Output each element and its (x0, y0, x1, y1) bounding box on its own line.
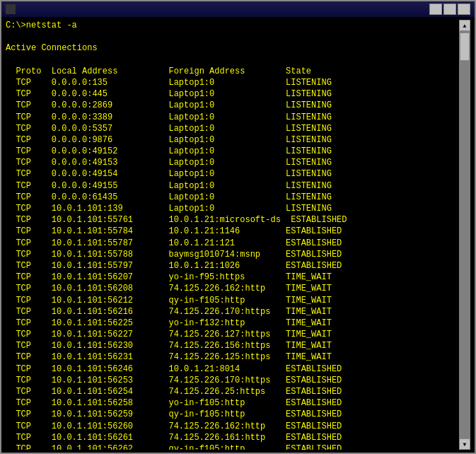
cmd-icon (6, 4, 16, 14)
maximize-button[interactable] (443, 4, 456, 15)
title-bar-left (6, 4, 20, 14)
scroll-thumb[interactable] (460, 33, 470, 61)
scrollbar: ▲ ▼ (459, 20, 470, 450)
title-bar (1, 1, 475, 17)
window: C:\>netstat -a Active Connections Proto … (0, 0, 476, 454)
title-controls (429, 4, 470, 15)
scroll-down-button[interactable]: ▼ (459, 438, 470, 450)
close-button[interactable] (458, 4, 470, 15)
scroll-track (459, 31, 470, 438)
terminal-content: C:\>netstat -a Active Connections Proto … (6, 20, 459, 450)
scroll-up-button[interactable]: ▲ (459, 20, 470, 31)
minimize-button[interactable] (429, 4, 442, 15)
terminal-body: C:\>netstat -a Active Connections Proto … (1, 17, 475, 453)
